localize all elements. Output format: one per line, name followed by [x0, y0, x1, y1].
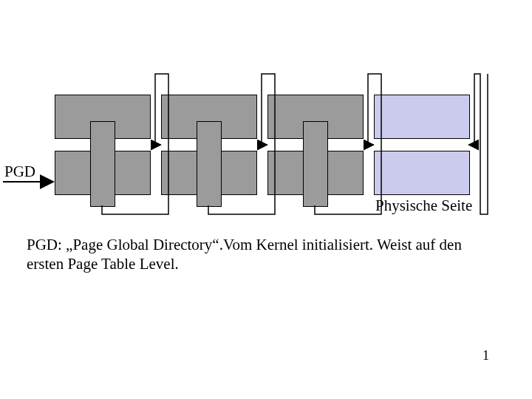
pmd-entry-bar: [303, 121, 328, 207]
phys-lower-block: [374, 151, 470, 195]
description-text: PGD: „Page Global Directory“.Vom Kernel …: [27, 235, 499, 274]
page-table-diagram: PGD Physische Seite: [0, 0, 532, 236]
phys-page-label: Physische Seite: [375, 197, 472, 215]
pgd-entry-bar: [90, 121, 115, 207]
page-number: 1: [482, 348, 489, 364]
pud-entry-bar: [197, 121, 222, 207]
pgd-label: PGD: [4, 163, 35, 181]
phys-upper-block: [374, 95, 470, 139]
